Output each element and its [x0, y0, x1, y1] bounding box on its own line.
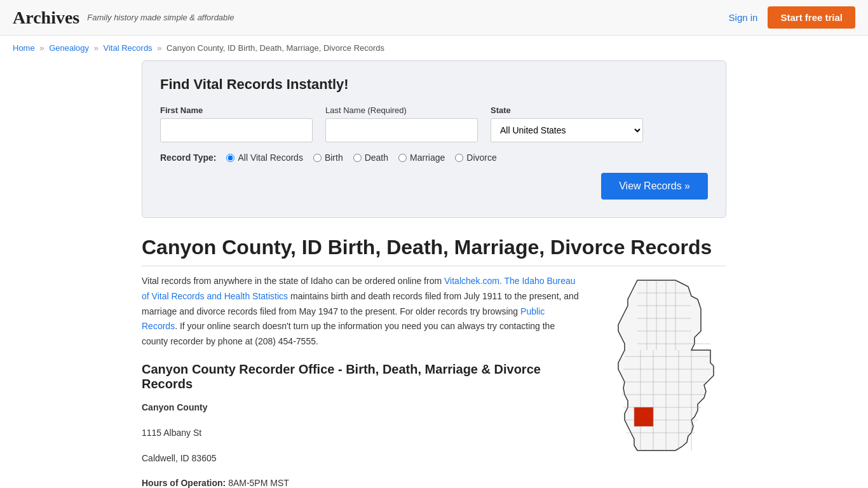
office-address2: Caldwell, ID 83605	[142, 451, 580, 466]
intro-paragraph: Vital records from anywhere in the state…	[142, 274, 580, 349]
first-name-input[interactable]	[160, 118, 313, 142]
record-type-row: Record Type: All Vital Records Birth Dea…	[160, 152, 708, 163]
state-select[interactable]: All United States	[491, 118, 643, 142]
first-name-label: First Name	[160, 105, 313, 115]
site-logo: Archives	[13, 8, 79, 28]
header-right: Sign in Start free trial	[729, 6, 855, 29]
state-group: State All United States	[491, 105, 643, 142]
breadcrumb-home[interactable]: Home	[13, 43, 35, 53]
breadcrumb: Home » Genealogy » Vital Records » Canyo…	[0, 36, 868, 60]
search-title: Find Vital Records Instantly!	[160, 76, 708, 93]
record-type-marriage[interactable]: Marriage	[398, 152, 445, 163]
view-records-button[interactable]: View Records »	[601, 173, 708, 200]
breadcrumb-sep1: »	[39, 43, 44, 53]
last-name-group: Last Name (Required)	[325, 105, 478, 142]
svg-rect-22	[634, 407, 653, 426]
main-content: Find Vital Records Instantly! First Name…	[129, 60, 739, 488]
page-title: Canyon County, ID Birth, Death, Marriage…	[142, 236, 726, 266]
header-left: Archives Family history made simple & af…	[13, 8, 234, 28]
state-label: State	[491, 105, 643, 115]
search-submit-row: View Records »	[160, 173, 708, 200]
public-records-link[interactable]: Public Records	[142, 306, 545, 332]
breadcrumb-vital-records[interactable]: Vital Records	[104, 43, 153, 53]
vitalchek-link[interactable]: Vitalchek.com.	[444, 276, 502, 286]
office-name: Canyon County	[142, 400, 580, 416]
office-address1: 1115 Albany St	[142, 426, 580, 441]
first-name-group: First Name	[160, 105, 313, 142]
idaho-map	[599, 274, 720, 458]
sign-in-link[interactable]: Sign in	[729, 12, 758, 23]
breadcrumb-current: Canyon County, ID Birth, Death, Marriage…	[166, 43, 384, 53]
content-area: Vital records from anywhere in the state…	[142, 274, 726, 488]
record-type-all[interactable]: All Vital Records	[226, 152, 302, 163]
recorder-section-title: Canyon County Recorder Office - Birth, D…	[142, 362, 580, 391]
record-type-label: Record Type:	[160, 152, 216, 163]
record-type-death[interactable]: Death	[353, 152, 388, 163]
content-text: Vital records from anywhere in the state…	[142, 274, 580, 488]
last-name-input[interactable]	[325, 118, 478, 142]
idaho-bureau-link[interactable]: The Idaho Bureau of Vital Records and He…	[142, 276, 576, 301]
site-tagline: Family history made simple & affordable	[87, 13, 234, 22]
start-trial-button[interactable]: Start free trial	[768, 6, 855, 29]
record-type-divorce[interactable]: Divorce	[455, 152, 496, 163]
search-box: Find Vital Records Instantly! First Name…	[142, 60, 726, 218]
breadcrumb-genealogy[interactable]: Genealogy	[49, 43, 89, 53]
office-hours: Hours of Operation: 8AM-5PM MST	[142, 476, 580, 488]
search-fields: First Name Last Name (Required) State Al…	[160, 105, 708, 142]
site-header: Archives Family history made simple & af…	[0, 0, 868, 36]
breadcrumb-sep2: »	[94, 43, 98, 53]
record-type-birth[interactable]: Birth	[313, 152, 343, 163]
office-info: Canyon County 1115 Albany St Caldwell, I…	[142, 400, 580, 488]
last-name-label: Last Name (Required)	[325, 105, 478, 115]
idaho-map-container	[599, 274, 726, 488]
breadcrumb-sep3: »	[157, 43, 161, 53]
